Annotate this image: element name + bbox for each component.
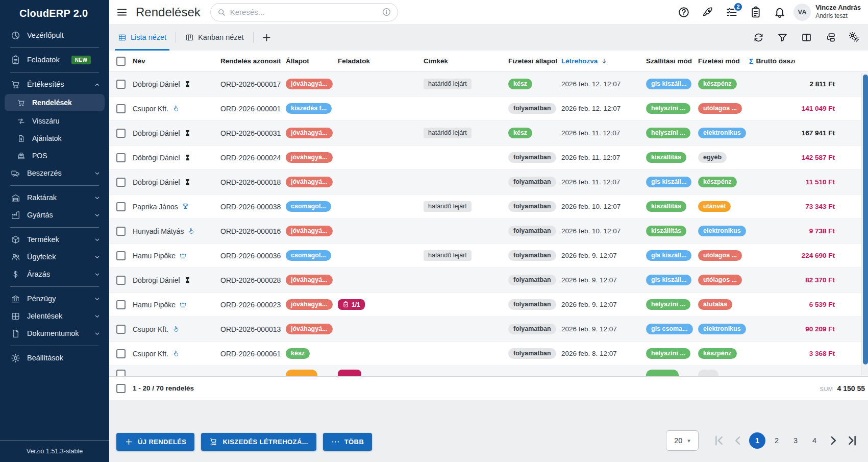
table-row[interactable]: Csupor Kft.ORD-2026-000013jóváhagyá...fo… — [109, 317, 868, 342]
row-checkbox[interactable] — [116, 325, 126, 334]
table-row[interactable]: Döbrögi DánielORD-2026-000031jóváhagyá..… — [109, 121, 868, 145]
menu-toggle-icon[interactable] — [116, 6, 128, 18]
row-checkbox[interactable] — [116, 80, 126, 89]
select-all-checkbox[interactable] — [116, 57, 126, 66]
row-checkbox[interactable] — [116, 129, 126, 138]
table-row[interactable]: Csupor Kft.ORD-2026-000001kiszedés f...f… — [109, 96, 868, 121]
user-menu[interactable]: VA Vincze András Andris teszt — [793, 4, 861, 21]
table-row[interactable]: Hamu PipőkeORD-2026-000023jóváhagyá...1/… — [109, 293, 868, 317]
table-row[interactable]: Döbrögi DánielORD-2026-000017jóváhagyá..… — [109, 72, 868, 96]
row-checkbox[interactable] — [116, 276, 126, 285]
row-checkbox[interactable] — [116, 178, 126, 187]
search-box[interactable] — [210, 3, 398, 21]
sidebar-item-gyartas[interactable]: Gyártás — [0, 206, 109, 224]
page-size-select[interactable]: 20▾ — [666, 430, 699, 451]
search-input[interactable] — [230, 8, 378, 16]
kiszedes-letrehoza-button[interactable]: KISZEDÉS LÉTREHOZÁ... — [201, 433, 316, 451]
columns-icon[interactable] — [801, 32, 812, 43]
next-page-button[interactable] — [826, 433, 841, 448]
column-header-feladatok[interactable]: Feladatok — [338, 57, 424, 65]
row-checkbox[interactable] — [116, 104, 126, 113]
hourglass-icon — [184, 129, 191, 137]
row-checkbox[interactable] — [116, 227, 126, 236]
footer-checkbox[interactable] — [116, 384, 126, 393]
uj-rendeles-button[interactable]: ÚJ RENDELÉS — [116, 433, 194, 451]
table-row[interactable]: Hunyadi MátyásORD-2026-000016jóváhagyá..… — [109, 219, 868, 244]
gross-total: 167 941 Ft — [802, 129, 835, 137]
vertical-scrollbar[interactable] — [861, 73, 868, 375]
cart-icon — [11, 80, 20, 89]
page-button-3[interactable]: 3 — [788, 433, 803, 448]
filter-icon[interactable] — [777, 32, 788, 43]
sidebar-item-vezerlopult[interactable]: Vezérlőpult — [0, 27, 109, 44]
group-icon[interactable] — [825, 32, 836, 43]
sidebar-item-dokumentumok[interactable]: Dokumentumok — [0, 325, 109, 342]
column-label: Állapot — [286, 57, 309, 65]
sidebar-item-ajanlatok[interactable]: Ajánlatok — [0, 130, 109, 147]
people-icon — [11, 252, 20, 262]
table-row[interactable]: Paprika JánosORD-2026-000038csomagol...h… — [109, 194, 868, 219]
page-button-4[interactable]: 4 — [807, 433, 822, 448]
sidebar-item-pos[interactable]: POS — [0, 147, 109, 164]
table-row-partial[interactable] — [109, 366, 868, 376]
help-icon[interactable] — [678, 6, 690, 18]
table-row[interactable]: Döbrögi DánielORD-2026-000028jóváhagyá..… — [109, 268, 868, 293]
column-header-rendeles-azonosito[interactable]: Rendelés azonosító — [220, 57, 286, 65]
order-id: ORD-2026-000031 — [220, 129, 281, 137]
table-row[interactable]: Döbrögi DánielORD-2026-000018jóváhagyá..… — [109, 170, 868, 194]
info-icon[interactable] — [382, 7, 391, 17]
tab-kanban-nezet[interactable]: Kanban nézet — [184, 24, 245, 51]
sidebar-item-ugyfelek[interactable]: Ügyfelek — [0, 248, 109, 265]
sidebar-item-beszerzes[interactable]: Beszerzés — [0, 164, 109, 182]
column-header-letrehozva[interactable]: Létrehozva — [561, 57, 646, 65]
sidebar-item-rendelesek[interactable]: Rendelések — [5, 94, 105, 111]
first-page-button[interactable] — [711, 433, 727, 448]
sidebar-item-arazas[interactable]: Árazás — [0, 265, 109, 283]
column-header-allapot[interactable]: Állapot — [286, 57, 338, 65]
scrollbar-thumb[interactable] — [863, 75, 868, 364]
prev-page-button[interactable] — [730, 433, 746, 448]
table-row[interactable]: Csupor Kft.ORD-2026-000061készfolyamatba… — [109, 342, 868, 366]
clipboard-icon[interactable] — [750, 6, 762, 18]
table-row[interactable]: Döbrögi DánielORD-2026-000024jóváhagyá..… — [109, 145, 868, 170]
rocket-icon[interactable] — [702, 6, 714, 18]
checklist-icon[interactable]: 2 — [726, 6, 738, 18]
table-row[interactable]: Hamu PipőkeORD-2026-000036csomagol...hat… — [109, 244, 868, 268]
sidebar-item-feladatok[interactable]: FeladatokNEW — [0, 51, 109, 68]
row-checkbox[interactable] — [116, 153, 126, 162]
listview-icon — [118, 33, 127, 42]
gross-total: 9 738 Ft — [809, 227, 835, 235]
last-page-button[interactable] — [845, 433, 860, 448]
column-header-fizetesi-allapot[interactable]: Fizetési állapot — [508, 57, 561, 65]
row-checkbox[interactable] — [116, 370, 126, 376]
sidebar-item-ertekesites[interactable]: Értékesítés — [0, 76, 109, 93]
sidebar-item-termekek[interactable]: Termékek — [0, 231, 109, 248]
payment-method-badge: elektronikus — [698, 128, 746, 139]
tab-lista-nezet[interactable]: Lista nézet — [116, 24, 168, 51]
row-checkbox[interactable] — [116, 202, 126, 211]
sidebar-item-raktarak[interactable]: Raktárak — [0, 189, 109, 206]
row-checkbox[interactable] — [116, 300, 126, 309]
payment-method-badge: utólagos ... — [698, 275, 742, 286]
row-checkbox[interactable] — [116, 349, 126, 358]
sidebar-item-jelentesek[interactable]: Jelentések — [0, 307, 109, 325]
refresh-icon[interactable] — [753, 32, 764, 43]
sidebar-item-visszaru[interactable]: Visszáru — [0, 112, 109, 130]
gears-icon[interactable] — [849, 32, 860, 43]
page-button-1[interactable]: 1 — [749, 432, 765, 449]
created-date: 2026 feb. 12. 12:07 — [561, 105, 621, 112]
sidebar-item-penzugy[interactable]: Pénzügy — [0, 290, 109, 307]
column-header-brutto-osszeg[interactable]: ΣBruttó összeg — [749, 57, 854, 65]
add-view-button[interactable] — [261, 24, 272, 51]
column-header-nev[interactable]: Név — [133, 57, 220, 65]
page-button-2[interactable]: 2 — [769, 433, 784, 448]
caret-down-icon: ▾ — [687, 437, 690, 444]
sidebar-item-beallitasok[interactable]: Beállítások — [0, 349, 109, 367]
column-header-szallitasi-mod[interactable]: Szállítási mód — [646, 57, 698, 65]
search-icon — [217, 8, 226, 17]
column-header-cimkek[interactable]: Címkék — [424, 57, 508, 65]
row-checkbox[interactable] — [116, 251, 126, 260]
bell-icon[interactable] — [774, 6, 786, 18]
tobb-button[interactable]: TÖBB — [323, 433, 372, 451]
column-header-fizetesi-mod[interactable]: Fizetési mód — [698, 57, 749, 65]
